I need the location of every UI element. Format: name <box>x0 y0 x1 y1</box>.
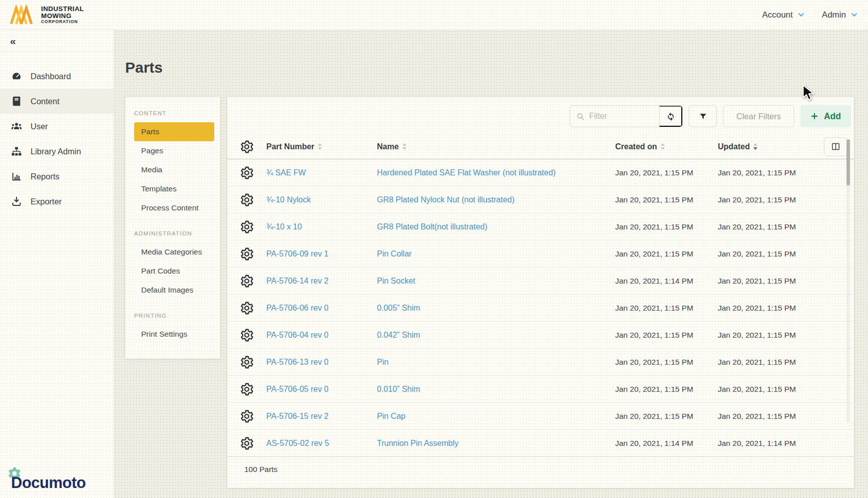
funnel-icon <box>699 112 707 121</box>
table-row: PA-5706-05 rev 0 0.010” Shim Jan 20, 202… <box>227 376 854 403</box>
created-on-value: Jan 20, 2021, 1:15 PM <box>615 304 718 313</box>
sort-icon <box>661 143 665 150</box>
column-header-created-on[interactable]: Created on <box>615 142 718 151</box>
part-number-link[interactable]: PA-5706-05 rev 0 <box>266 385 377 394</box>
subnav-item-default-images[interactable]: Default Images <box>125 281 220 300</box>
collapse-sidebar-button[interactable]: « <box>10 36 16 46</box>
part-number-link[interactable]: ¾-10 Nylock <box>266 195 377 204</box>
subnav-group: CONTENT PartsPagesMediaTemplatesProcess … <box>125 110 220 217</box>
part-number-link[interactable]: AS-5705-02 rev 5 <box>266 439 377 448</box>
row-gear-menu-icon[interactable] <box>239 409 254 424</box>
row-gear-menu-icon[interactable] <box>239 301 254 316</box>
company-logo[interactable]: INDUSTRIAL MOWING CORPORATION <box>9 5 84 25</box>
subnav-group-header: PRINTING <box>125 313 220 319</box>
part-name-link[interactable]: Trunnion Pin Assembly <box>377 439 615 448</box>
documoto-logo: Documoto <box>3 466 109 492</box>
row-gear-menu-icon[interactable] <box>239 382 254 397</box>
company-name: INDUSTRIAL MOWING CORPORATION <box>41 6 84 24</box>
clear-filters-button[interactable]: Clear Filters <box>723 105 794 127</box>
part-name-link[interactable]: 0.005” Shim <box>377 304 615 313</box>
column-header-updated[interactable]: Updated <box>718 142 817 151</box>
page-title: Parts <box>125 59 854 76</box>
table-row: PA-5706-14 rev 2 Pin Socket Jan 20, 2021… <box>227 268 854 295</box>
filter-input[interactable] <box>589 112 653 121</box>
part-name-link[interactable]: 0.042” Shim <box>377 331 615 340</box>
add-button[interactable]: Add <box>800 105 851 127</box>
sidebar-item-label: Content <box>31 97 60 106</box>
updated-value: Jan 20, 2021, 1:14 PM <box>718 439 817 448</box>
sidebar-item-dashboard[interactable]: Dashboard <box>0 64 114 89</box>
sidebar-item-content[interactable]: Content <box>0 89 114 114</box>
created-on-value: Jan 20, 2021, 1:15 PM <box>615 358 718 367</box>
subnav-group-header: ADMINISTRATION <box>125 230 220 236</box>
table-row: PA-5706-09 rev 1 Pin Collar Jan 20, 2021… <box>227 240 854 268</box>
subnav-item-print-settings[interactable]: Print Settings <box>125 325 220 344</box>
created-on-value: Jan 20, 2021, 1:15 PM <box>615 250 718 259</box>
row-gear-menu-icon[interactable] <box>239 165 254 180</box>
part-name-link[interactable]: 0.010” Shim <box>377 385 615 394</box>
subnav-item-part-codes[interactable]: Part Codes <box>125 262 220 281</box>
filter-button[interactable] <box>689 105 717 127</box>
part-name-link[interactable]: Pin Cap <box>377 412 615 421</box>
updated-value: Jan 20, 2021, 1:15 PM <box>718 222 817 231</box>
sidebar-item-user[interactable]: User <box>0 114 114 139</box>
account-menu[interactable]: Account <box>762 10 804 20</box>
updated-value: Jan 20, 2021, 1:15 PM <box>718 304 817 313</box>
subnav-item-media-categories[interactable]: Media Categories <box>125 242 220 262</box>
part-name-link[interactable]: Pin Collar <box>377 250 615 259</box>
row-gear-menu-icon[interactable] <box>239 274 254 289</box>
table-row: PA-5706-15 rev 2 Pin Cap Jan 20, 2021, 1… <box>227 403 854 430</box>
row-gear-menu-icon[interactable] <box>239 219 254 234</box>
sidebar-item-reports[interactable]: Reports <box>0 164 114 189</box>
created-on-value: Jan 20, 2021, 1:14 PM <box>615 277 718 286</box>
dashboard-gauge-icon <box>11 71 22 82</box>
subnav-item-pages[interactable]: Pages <box>125 141 220 160</box>
created-on-value: Jan 20, 2021, 1:15 PM <box>615 331 718 340</box>
part-number-link[interactable]: PA-5706-14 rev 2 <box>266 277 377 286</box>
refresh-button[interactable] <box>659 106 682 127</box>
table-footer-count: 100 Parts <box>227 457 854 474</box>
updated-value: Jan 20, 2021, 1:15 PM <box>718 331 817 340</box>
admin-menu[interactable]: Admin <box>822 10 858 20</box>
column-picker-button[interactable] <box>824 137 847 156</box>
table-header: Part Number Name Created on Updated <box>227 134 854 159</box>
row-gear-menu-icon[interactable] <box>239 192 254 207</box>
subnav-item-process-content[interactable]: Process Content <box>125 198 220 217</box>
created-on-value: Jan 20, 2021, 1:15 PM <box>615 222 718 231</box>
top-bar: INDUSTRIAL MOWING CORPORATION Account Ad… <box>0 0 868 30</box>
part-number-link[interactable]: PA-5706-09 rev 1 <box>266 250 377 259</box>
part-number-link[interactable]: ¾ SAE FW <box>266 168 377 177</box>
part-number-link[interactable]: PA-5706-15 rev 2 <box>266 412 377 421</box>
part-name-link[interactable]: Pin Socket <box>377 277 615 286</box>
part-number-link[interactable]: PA-5706-13 rev 0 <box>266 358 377 367</box>
updated-value: Jan 20, 2021, 1:15 PM <box>718 412 817 421</box>
subnav-item-templates[interactable]: Templates <box>125 179 220 198</box>
company-logo-mark <box>9 5 36 25</box>
main-sidebar: « Dashboard Content User Library Admin R… <box>0 30 114 498</box>
scrollbar-thumb[interactable] <box>846 139 850 185</box>
columns-icon <box>831 142 840 151</box>
sidebar-item-library-admin[interactable]: Library Admin <box>0 139 114 164</box>
sidebar-nav: Dashboard Content User Library Admin Rep… <box>0 52 114 214</box>
part-name-link[interactable]: GR8 Plated Nylock Nut (not illustrated) <box>377 195 615 204</box>
chevron-down-icon <box>797 11 805 19</box>
row-gear-menu-icon[interactable] <box>239 436 254 451</box>
part-number-link[interactable]: ¾-10 x 10 <box>266 222 377 231</box>
subnav-item-media[interactable]: Media <box>125 160 220 179</box>
sidebar-item-exporter[interactable]: Exporter <box>0 189 114 214</box>
column-header-name[interactable]: Name <box>377 142 615 151</box>
part-number-link[interactable]: PA-5706-04 rev 0 <box>266 331 377 340</box>
table-toolbar: Clear Filters Add <box>227 97 854 127</box>
part-name-link[interactable]: Hardened Plated SAE Flat Washer (not ill… <box>377 168 615 177</box>
library-sitemap-icon <box>11 146 22 157</box>
row-gear-menu-icon[interactable] <box>239 246 254 262</box>
exporter-download-icon <box>11 196 22 207</box>
row-gear-menu-icon[interactable] <box>239 355 254 370</box>
row-gear-menu-icon[interactable] <box>239 328 254 343</box>
column-header-part-number[interactable]: Part Number <box>266 142 377 151</box>
part-number-link[interactable]: PA-5706-06 rev 0 <box>266 304 377 313</box>
part-name-link[interactable]: GR8 Plated Bolt(not illustrated) <box>377 222 615 231</box>
subnav-item-parts[interactable]: Parts <box>134 122 214 141</box>
part-name-link[interactable]: Pin <box>377 358 615 367</box>
created-on-value: Jan 20, 2021, 1:15 PM <box>615 195 718 204</box>
